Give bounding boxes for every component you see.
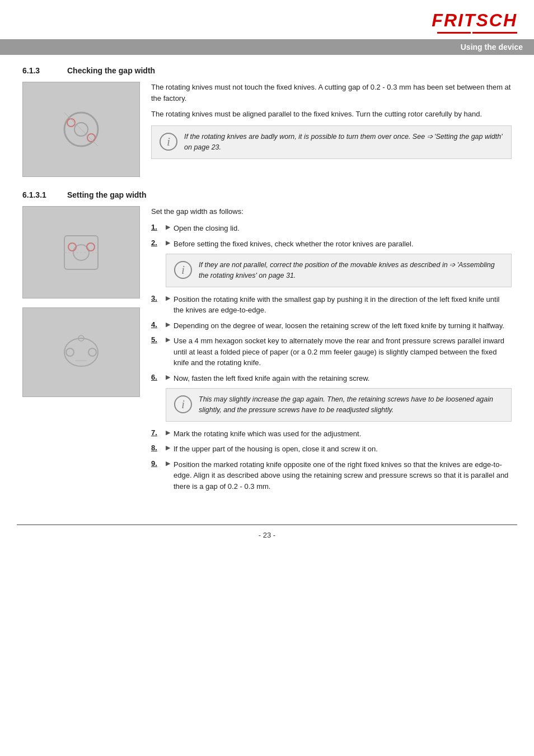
section-613-note-text: If the rotating knives are badly worn, i…	[184, 132, 503, 153]
step-4-text: Depending on the degree of wear, loosen …	[174, 320, 512, 332]
main-content: 6.1.3 Checking the gap width The rotatin…	[0, 55, 534, 507]
section-613-image-col	[22, 82, 140, 177]
section-6131-title: 6.1.3.1 Setting the gap width	[22, 190, 512, 199]
logo-line-2	[472, 32, 517, 34]
step-7: 7. ▶ Mark the rotating knife which was u…	[151, 428, 512, 440]
section-6131-heading: Setting the gap width	[67, 190, 147, 199]
step-9-arrow: ▶	[166, 460, 170, 467]
section-6131-steps: Set the gap width as follows: 1. ▶ Open …	[151, 206, 512, 496]
note-3-text: This may slightly increase the gap again…	[199, 394, 503, 416]
section-613-para2: The rotating knives must be aligned para…	[151, 109, 512, 120]
step-8-text: If the upper part of the housing is open…	[174, 444, 512, 455]
step-intro: Set the gap width as follows:	[151, 206, 512, 217]
step-8-arrow: ▶	[166, 444, 170, 451]
step-3-arrow: ▶	[166, 295, 170, 302]
step-4-arrow: ▶	[166, 321, 170, 328]
step-1-num: 1.	[151, 223, 162, 231]
svg-point-2	[67, 119, 75, 127]
step-5-text: Use a 4 mm hexagon socket key to alterna…	[174, 335, 512, 368]
note-icon-3: i	[174, 395, 192, 413]
step-7-arrow: ▶	[166, 429, 170, 436]
svg-point-10	[64, 338, 98, 366]
note-2-text: If they are not parallel, correct the po…	[199, 260, 503, 281]
step-3-num: 3.	[151, 294, 162, 302]
checking-image	[22, 82, 140, 177]
step-5-num: 5.	[151, 335, 162, 344]
logo-line-1	[437, 32, 471, 34]
section-613-content: The rotating knives must not touch the f…	[22, 82, 512, 177]
section-6131: 6.1.3.1 Setting the gap width	[22, 190, 512, 496]
svg-point-3	[87, 134, 95, 142]
step-8-num: 8.	[151, 444, 162, 452]
step-5-arrow: ▶	[166, 336, 170, 343]
step-4: 4. ▶ Depending on the degree of wear, lo…	[151, 320, 512, 332]
logo-lines	[432, 32, 517, 34]
step-6-text: Now, fasten the left fixed knife again w…	[174, 373, 512, 384]
note-icon-1: i	[160, 133, 177, 151]
section-613-title: 6.1.3 Checking the gap width	[22, 66, 512, 75]
step-3-text: Position the rotating knife with the sma…	[174, 294, 512, 316]
step-4-num: 4.	[151, 320, 162, 329]
setting-image-1	[22, 206, 140, 298]
note-icon-2: i	[174, 261, 192, 279]
step-9: 9. ▶ Position the marked rotating knife …	[151, 459, 512, 492]
step-1-text: Open the closing lid.	[174, 223, 512, 234]
step-8: 8. ▶ If the upper part of the housing is…	[151, 444, 512, 455]
step-2-arrow: ▶	[166, 239, 170, 246]
section-613-heading: Checking the gap width	[67, 66, 155, 75]
section-6131-images	[22, 206, 140, 496]
step-2-num: 2.	[151, 239, 162, 247]
note-3: i This may slightly increase the gap aga…	[166, 388, 512, 422]
svg-point-11	[66, 348, 74, 356]
section-613-text-col: The rotating knives must not touch the f…	[151, 82, 512, 177]
note-2: i If they are not parallel, correct the …	[166, 254, 512, 287]
setting-image-2	[22, 307, 140, 397]
section-6131-content: Set the gap width as follows: 1. ▶ Open …	[22, 206, 512, 496]
step-7-num: 7.	[151, 428, 162, 437]
step-6-num: 6.	[151, 373, 162, 381]
step-3: 3. ▶ Position the rotating knife with th…	[151, 294, 512, 316]
svg-point-8	[87, 243, 95, 251]
page-number: - 23 -	[0, 531, 534, 539]
step-9-text: Position the marked rotating knife oppos…	[174, 459, 512, 492]
step-2-text: Before setting the fixed knives, check w…	[174, 239, 512, 250]
logo-text: FRITSCH	[432, 10, 517, 31]
section-613-num: 6.1.3	[22, 66, 56, 75]
step-7-text: Mark the rotating knife which was used f…	[174, 428, 512, 440]
svg-point-12	[88, 348, 96, 356]
step-1-arrow: ▶	[166, 223, 170, 231]
page-divider	[17, 524, 517, 525]
step-6-arrow: ▶	[166, 374, 170, 381]
page-header: FRITSCH	[0, 0, 534, 34]
step-1: 1. ▶ Open the closing lid.	[151, 223, 512, 234]
step-6: 6. ▶ Now, fasten the left fixed knife ag…	[151, 373, 512, 384]
section-bar-label: Using the device	[461, 43, 523, 52]
section-header-bar: Using the device	[0, 39, 534, 55]
step-2: 2. ▶ Before setting the fixed knives, ch…	[151, 239, 512, 250]
section-613-para1: The rotating knives must not touch the f…	[151, 82, 512, 104]
logo-area: FRITSCH	[432, 10, 517, 34]
section-6131-num: 6.1.3.1	[22, 190, 56, 199]
step-5: 5. ▶ Use a 4 mm hexagon socket key to al…	[151, 335, 512, 368]
step-9-num: 9.	[151, 459, 162, 468]
section-613-note: i If the rotating knives are badly worn,…	[151, 125, 512, 159]
